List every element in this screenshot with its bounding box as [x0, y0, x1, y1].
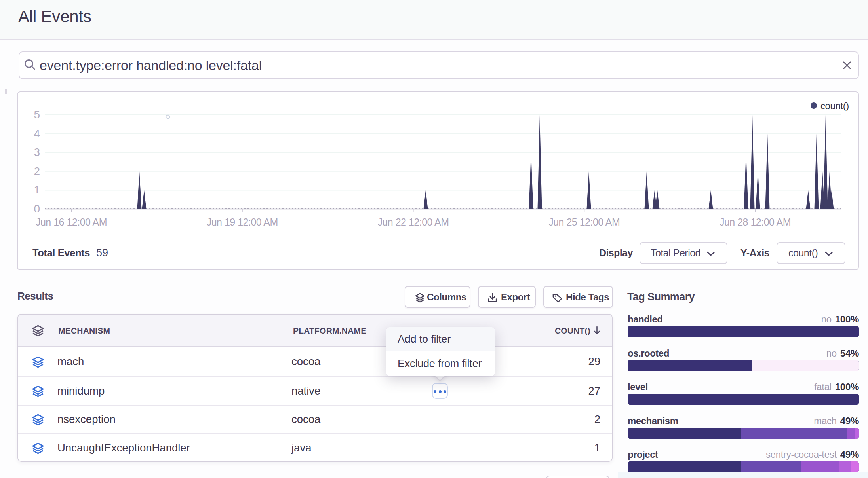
svg-text:5: 5 — [34, 108, 40, 121]
svg-text:Jun 16 12:00 AM: Jun 16 12:00 AM — [36, 216, 107, 228]
svg-text:4: 4 — [34, 127, 40, 140]
svg-text:0: 0 — [34, 203, 40, 215]
svg-text:Jun 22 12:00 AM: Jun 22 12:00 AM — [377, 216, 449, 228]
svg-text:count(): count() — [820, 101, 849, 111]
svg-text:Jun 28 12:00 AM: Jun 28 12:00 AM — [720, 216, 791, 228]
svg-text:3: 3 — [34, 146, 40, 158]
svg-text:1: 1 — [34, 184, 40, 196]
svg-text:2: 2 — [34, 165, 40, 177]
svg-text:Jun 19 12:00 AM: Jun 19 12:00 AM — [207, 216, 278, 228]
svg-text:Jun 25 12:00 AM: Jun 25 12:00 AM — [548, 216, 620, 228]
